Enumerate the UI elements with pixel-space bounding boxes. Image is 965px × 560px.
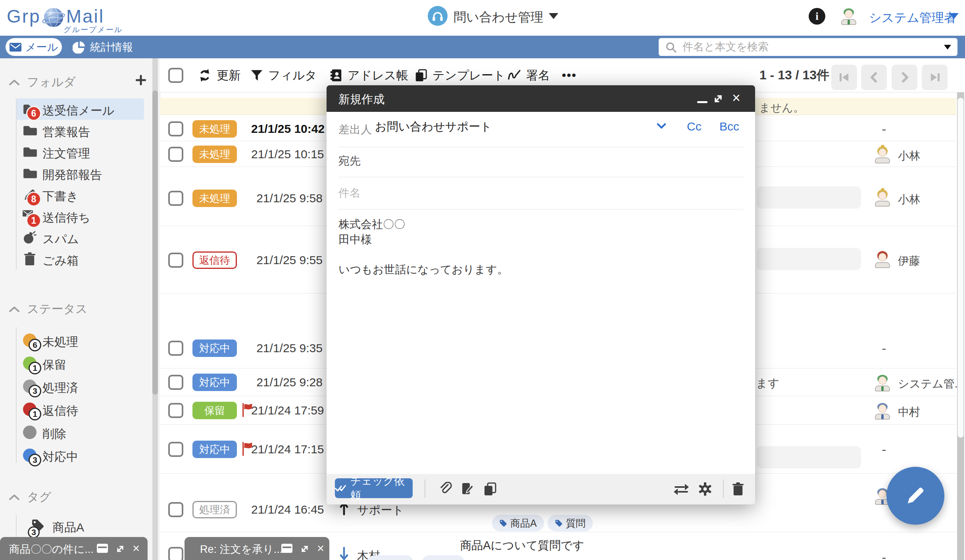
filter-button[interactable]: フィルタ bbox=[250, 58, 317, 92]
close-icon[interactable]: × bbox=[133, 541, 140, 556]
sidebar-item-trash[interactable]: ごみ箱 bbox=[0, 248, 144, 270]
row-checkbox[interactable] bbox=[168, 253, 183, 268]
attachment-icon[interactable] bbox=[438, 482, 453, 498]
status-item-done[interactable]: 3 処理済 bbox=[0, 376, 144, 397]
sidebar-item-outbox[interactable]: 1 送信待ち bbox=[0, 205, 144, 227]
expand-icon[interactable] bbox=[712, 93, 724, 106]
row-checkbox[interactable] bbox=[168, 547, 183, 560]
folders-section-header[interactable]: フォルダ bbox=[9, 74, 76, 90]
from-select-chevron-icon[interactable] bbox=[657, 123, 666, 131]
bcc-button[interactable]: Bcc bbox=[719, 120, 739, 133]
status-item-hold[interactable]: 1 保留 bbox=[0, 353, 144, 374]
cc-button[interactable]: Cc bbox=[687, 120, 702, 133]
search-input[interactable] bbox=[682, 40, 939, 54]
status-label: 削除 bbox=[42, 426, 66, 442]
footer-divider bbox=[723, 479, 724, 498]
subject-placeholder[interactable]: 件名 bbox=[338, 186, 361, 201]
chevron-left-icon bbox=[867, 70, 881, 84]
tag-chip[interactable]: 質問 bbox=[548, 515, 593, 531]
sidebar-item-drafts[interactable]: 8 下書き bbox=[0, 184, 144, 205]
status-item-deleted[interactable]: 削除 bbox=[0, 422, 144, 443]
row-checkbox[interactable] bbox=[168, 375, 183, 390]
restore-window-icon[interactable] bbox=[281, 544, 292, 553]
tab-statistics[interactable]: 統計情報 bbox=[73, 38, 133, 56]
first-page-button[interactable] bbox=[831, 65, 857, 90]
folder-label: 下書き bbox=[42, 188, 79, 205]
tags-section-header[interactable]: タグ bbox=[9, 489, 51, 505]
template-insert-icon[interactable] bbox=[483, 482, 497, 498]
close-icon[interactable]: × bbox=[317, 541, 324, 556]
gear-icon[interactable] bbox=[698, 482, 712, 498]
tag-chip[interactable] bbox=[366, 555, 414, 560]
compose-body[interactable]: 株式会社〇〇 田中様 いつもお世話になっております。 bbox=[338, 217, 508, 277]
delete-draft-icon[interactable] bbox=[732, 482, 744, 497]
sidebar-item-inbox[interactable]: 6 送受信メール bbox=[0, 98, 144, 120]
from-value[interactable]: お問い合わせサポート bbox=[375, 119, 492, 135]
module-switcher[interactable]: 問い合わせ管理 bbox=[454, 9, 543, 26]
restore-window-icon[interactable] bbox=[97, 544, 108, 553]
row-checkbox[interactable] bbox=[168, 442, 183, 457]
minimized-window[interactable]: 商品〇〇の件に... × bbox=[0, 537, 148, 560]
logo-subtitle: グループメール bbox=[63, 25, 123, 35]
subject-placeholder-bar bbox=[757, 186, 861, 209]
tab-mail[interactable]: メール bbox=[6, 38, 62, 56]
status-item-in-progress[interactable]: 3 対応中 bbox=[0, 445, 144, 466]
module-caret-down-icon[interactable] bbox=[549, 13, 558, 19]
status-badge: 返信待 bbox=[192, 251, 237, 269]
sidebar-item-order-management[interactable]: 注文管理 bbox=[0, 141, 144, 163]
status-section-header[interactable]: ステータス bbox=[9, 301, 88, 317]
check-request-button[interactable]: チェック依頼 bbox=[335, 478, 413, 498]
refresh-button[interactable]: 更新 bbox=[198, 58, 240, 92]
status-item-reply-wait[interactable]: 1 返信待 bbox=[0, 399, 144, 420]
row-checkbox[interactable] bbox=[168, 147, 183, 162]
user-menu[interactable]: システム管理者 bbox=[869, 10, 956, 26]
next-page-button[interactable] bbox=[892, 65, 917, 90]
prev-page-button[interactable] bbox=[861, 65, 887, 90]
expand-icon[interactable] bbox=[115, 544, 125, 556]
row-checkbox[interactable] bbox=[168, 191, 183, 206]
sidebar-item-sales-report[interactable]: 営業報告 bbox=[0, 120, 144, 141]
sidebar-item-dev-report[interactable]: 開発部報告 bbox=[0, 163, 144, 184]
assignee-avatar bbox=[873, 373, 892, 392]
compose-modal: 新規作成 × 差出人 お問い合わせサポート Cc Bcc 宛先 件名 株式会社〇… bbox=[327, 85, 755, 504]
status-label: 対応中 bbox=[42, 449, 78, 465]
swap-icon[interactable] bbox=[673, 483, 690, 497]
avatar-face bbox=[845, 10, 853, 18]
compose-fab-button[interactable] bbox=[886, 467, 944, 525]
row-checkbox[interactable] bbox=[168, 121, 183, 136]
folder-label: 送受信メール bbox=[42, 103, 114, 119]
more-dots-icon: ••• bbox=[562, 69, 577, 82]
tag-item-product-a[interactable]: 3 商品A bbox=[0, 515, 144, 537]
first-page-icon bbox=[837, 70, 852, 84]
row-checkbox[interactable] bbox=[168, 403, 183, 418]
select-all-checkbox[interactable] bbox=[168, 68, 183, 83]
sender-name: サポート bbox=[357, 502, 404, 518]
status-label: 処理済 bbox=[42, 380, 78, 396]
last-page-button[interactable] bbox=[922, 65, 948, 90]
email-subject: 商品Aについて質問です bbox=[423, 538, 621, 554]
chevron-up-icon bbox=[9, 494, 20, 501]
user-avatar[interactable] bbox=[839, 6, 858, 25]
info-icon[interactable]: i bbox=[809, 8, 825, 25]
search-options-caret-icon[interactable] bbox=[944, 45, 951, 50]
search-icon bbox=[665, 41, 677, 53]
status-item-unprocessed[interactable]: 6 未処理 bbox=[0, 330, 144, 351]
tag-chip[interactable] bbox=[421, 555, 465, 560]
signature-insert-icon[interactable] bbox=[461, 482, 475, 498]
list-scrollbar-thumb[interactable] bbox=[957, 98, 964, 438]
row-checkbox[interactable] bbox=[168, 341, 183, 356]
tag-chip[interactable]: 商品A bbox=[492, 515, 544, 531]
minimized-window[interactable]: Re: 注文を承り... × bbox=[185, 537, 329, 560]
user-caret-down-icon[interactable] bbox=[949, 13, 959, 19]
assignee-name: 小林 bbox=[898, 148, 920, 163]
sidebar-scrollbar-thumb[interactable] bbox=[152, 90, 158, 395]
to-label[interactable]: 宛先 bbox=[338, 153, 361, 169]
close-icon[interactable]: × bbox=[732, 90, 740, 106]
compose-modal-header[interactable]: 新規作成 × bbox=[327, 85, 755, 112]
add-folder-button[interactable] bbox=[134, 73, 148, 88]
sidebar-item-spam[interactable]: スパム bbox=[0, 227, 144, 248]
row-checkbox[interactable] bbox=[168, 502, 183, 517]
minimize-icon[interactable] bbox=[697, 101, 707, 103]
expand-icon[interactable] bbox=[300, 544, 310, 556]
outbox-count-badge: 1 bbox=[26, 213, 41, 228]
